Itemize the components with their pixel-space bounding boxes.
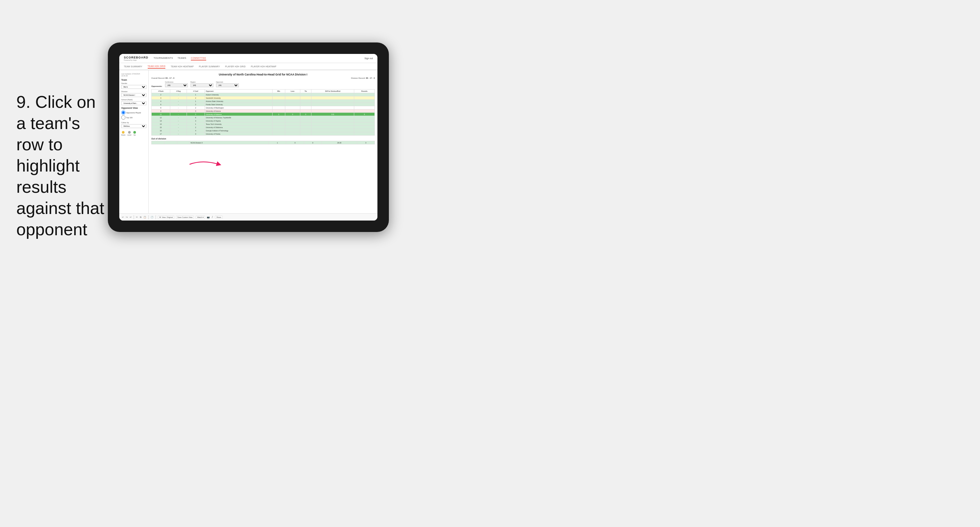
opponent-filter-select[interactable]: (All) <box>216 83 239 87</box>
region-filter-group: Region (All) <box>191 81 213 87</box>
main-content: Last Updated: 27/03/2024 16:55:38 Team G… <box>119 70 377 213</box>
table-row[interactable]: 11-5University of Alabama3002.618 <box>152 113 375 116</box>
paste-icon[interactable]: 📋 <box>143 216 146 218</box>
ood-rank <box>152 141 164 145</box>
table-row[interactable]: 17-3University of Florida <box>152 132 375 135</box>
tablet-screen: SCOREBOARD Powered by clippi TOURNAMENTS… <box>119 54 377 221</box>
toolbar-sep-1 <box>134 215 134 219</box>
division-record: Division Record: 88 - 17 - 0 <box>351 77 375 79</box>
sign-out-link[interactable]: Sign out <box>364 57 373 59</box>
opponent-filter-label: Opponent <box>216 81 239 83</box>
toolbar-sep-2 <box>148 215 149 219</box>
opponent-filter-group: Opponent (All) <box>216 81 239 87</box>
level-label: Level <box>127 134 131 136</box>
conference-filter-group: Conference (All) <box>165 81 188 87</box>
ood-reg <box>164 141 177 145</box>
tab-player-summary[interactable]: PLAYER SUMMARY <box>199 65 220 68</box>
down-colour-dot <box>122 131 124 134</box>
table-row[interactable]: 4-1Arizona State University <box>152 100 375 103</box>
school-select[interactable]: University of Nort... <box>121 101 146 105</box>
clock-icon[interactable]: 🕐 <box>151 216 154 218</box>
nav-committee[interactable]: COMMITTEE <box>191 56 206 61</box>
opponent-view-label: Opponent View <box>121 107 146 109</box>
radio-group: Opponents Played Top 100 <box>121 110 146 119</box>
ood-loss: 0 <box>286 141 304 145</box>
view-original-btn[interactable]: 👁 View: Original <box>158 216 174 219</box>
col-loss: Loss <box>285 89 300 93</box>
opponents-filter-label: Opponents: <box>151 85 162 87</box>
ood-conf <box>177 141 189 145</box>
col-opponent: Opponent <box>205 89 272 93</box>
col-rank: # Rank <box>152 89 170 93</box>
tablet-device: SCOREBOARD Powered by clippi TOURNAMENTS… <box>108 43 389 232</box>
eye-icon: 👁 <box>159 216 161 218</box>
right-panel: University of North Carolina Head-to-Hea… <box>149 70 377 213</box>
region-filter-select[interactable]: (All) <box>191 83 213 87</box>
table-row[interactable]: 14-1Texas Tech University <box>152 123 375 126</box>
table-row[interactable]: 9-3University of Arizona <box>152 110 375 113</box>
top-nav: SCOREBOARD Powered by clippi TOURNAMENTS… <box>119 54 377 63</box>
share-icon[interactable]: ⤴ <box>212 216 213 218</box>
col-conf: # Conf <box>186 89 205 93</box>
logo-area: SCOREBOARD Powered by clippi <box>124 56 148 61</box>
bottom-toolbar: ↩ ↪ ↩ ✂ ⧉ 📋 🕐 👁 View: Original Save Cust… <box>119 213 377 221</box>
gender-select[interactable]: Men's <box>121 85 146 89</box>
division-select[interactable]: NCAA Division I <box>121 93 146 97</box>
tab-team-h2h-heatmap[interactable]: TEAM H2H HEATMAP <box>170 65 194 68</box>
nav-tournaments[interactable]: TOURNAMENTS <box>154 56 173 61</box>
tab-team-h2h-grid[interactable]: TEAM H2H GRID <box>148 64 165 68</box>
table-row[interactable]: 12-6University of Arkansas, Fayetteville <box>152 116 375 119</box>
col-tie: Tie <box>300 89 312 93</box>
toolbar-sep-3 <box>156 215 156 219</box>
table-row[interactable]: 15-2University of Oklahoma <box>152 126 375 129</box>
table-row[interactable]: 8-2University of Washington <box>152 106 375 110</box>
colour-by-label: Colour by <box>121 121 146 124</box>
nav-links: TOURNAMENTS TEAMS COMMITTEE <box>154 56 364 61</box>
table-row[interactable]: 6-2Florida State University <box>152 103 375 106</box>
watch-btn[interactable]: Watch ▾ <box>196 216 205 219</box>
col-win: Win <box>272 89 285 93</box>
col-rounds: Rounds <box>354 89 375 93</box>
redo-icon[interactable]: ↪ <box>126 216 128 218</box>
ood-win: 1 <box>269 141 286 145</box>
tab-player-h2h-heatmap[interactable]: PLAYER H2H HEATMAP <box>251 65 277 68</box>
back-icon[interactable]: ↩ <box>130 216 132 218</box>
save-custom-view-btn[interactable]: Save Custom View <box>176 216 194 219</box>
radio-opponents-played[interactable]: Opponents Played <box>121 110 146 115</box>
up-label: Up <box>134 134 135 136</box>
ood-tie: 0 <box>304 141 321 145</box>
table-row[interactable]: 3-2Vanderbilt University <box>152 96 375 100</box>
logo-powered: Powered by clippi <box>124 59 148 61</box>
instruction-text: 9. Click on a team's row to highlight re… <box>16 91 108 240</box>
team-section-title: Team <box>121 79 146 81</box>
camera-icon[interactable]: 📷 <box>207 216 210 218</box>
table-row[interactable]: 13-3University of Virginia <box>152 119 375 123</box>
division-label: Division <box>121 91 146 92</box>
table-row[interactable]: 16-4Georgia Institute of Technology <box>152 129 375 132</box>
grid-records: Overall Record: 89 - 17 - 0 Division Rec… <box>151 77 375 79</box>
nav-teams[interactable]: TEAMS <box>177 56 186 61</box>
colour-by-select[interactable]: Win/loss <box>121 124 146 128</box>
copy-icon[interactable]: ⧉ <box>140 216 142 218</box>
sub-nav: TEAM SUMMARY TEAM H2H GRID TEAM H2H HEAT… <box>119 63 377 70</box>
conference-filter-label: Conference <box>165 81 188 83</box>
logo-scoreboard: SCOREBOARD <box>124 56 148 59</box>
radio-top-100[interactable]: Top 100 <box>121 115 146 119</box>
share-btn[interactable]: Share <box>215 216 223 219</box>
table-row[interactable]: 2-1Auburn University <box>152 93 375 96</box>
scissors-icon[interactable]: ✂ <box>136 216 138 218</box>
ood-rounds: 3 <box>357 141 374 145</box>
overall-record: Overall Record: 89 - 17 - 0 <box>151 77 175 79</box>
ood-diff: 26.00 <box>321 141 357 145</box>
down-label: Down <box>121 134 126 136</box>
tab-player-h2h-grid[interactable]: PLAYER H2H GRID <box>225 65 246 68</box>
colour-legend: Down Level Up <box>121 131 146 136</box>
out-of-division-row[interactable]: NCAA Division II 1 0 0 26.00 3 <box>152 141 375 145</box>
undo-icon[interactable]: ↩ <box>122 216 124 218</box>
school-label: School (Rank) <box>121 99 146 100</box>
tab-team-summary[interactable]: TEAM SUMMARY <box>124 65 143 68</box>
left-panel: Last Updated: 27/03/2024 16:55:38 Team G… <box>119 70 149 213</box>
level-colour-dot <box>128 131 131 134</box>
col-reg: # Reg <box>170 89 186 93</box>
conference-filter-select[interactable]: (All) <box>165 83 188 87</box>
